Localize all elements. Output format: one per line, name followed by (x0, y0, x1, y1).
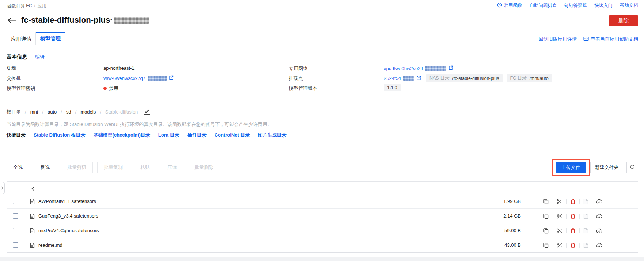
file-icon (30, 242, 35, 250)
path-crumb-mnt[interactable]: mnt (30, 109, 38, 115)
file-preview-icon (583, 213, 588, 219)
path-crumb-current: Stable-diffusion (105, 109, 138, 115)
download-icon[interactable] (596, 213, 602, 219)
file-icon (30, 228, 35, 235)
mount-point-label: 挂载点 (289, 75, 303, 82)
topbar-link-common-functions[interactable]: 常用函数 (497, 3, 522, 9)
file-table: .. AWPortraitv1.1.safetensors 1.99 GB (7, 181, 638, 253)
row-checkbox[interactable] (13, 213, 18, 219)
invert-select-button[interactable]: 反选 (34, 162, 56, 173)
table-row: GuoFeng3_v3.4.safetensors 2.14 GB (7, 209, 638, 223)
tab-app-detail[interactable]: 应用详情 (7, 32, 36, 45)
copy-icon[interactable] (543, 228, 549, 234)
row-actions (543, 242, 602, 248)
page-title: fc-stable-diffusion-plus· (21, 15, 149, 25)
breadcrumb: 函数计算 FC/应用 (7, 3, 46, 9)
download-icon[interactable] (596, 242, 602, 248)
file-size: 1.99 GB (503, 199, 521, 204)
row-checkbox[interactable] (13, 242, 18, 248)
file-size: 59.00 B (504, 228, 521, 233)
external-link-icon[interactable] (169, 75, 174, 81)
refresh-icon (630, 164, 635, 171)
delete-icon[interactable] (570, 213, 576, 219)
tab-model-manage[interactable]: 模型管理 (36, 32, 65, 45)
file-icon (30, 213, 35, 220)
cut-icon[interactable] (557, 242, 562, 248)
current-app-help-link[interactable]: 查看当前应用帮助文档 (583, 36, 638, 42)
edit-link[interactable]: 编辑 (35, 54, 45, 60)
path-crumb-root[interactable]: 根目录 (7, 108, 21, 115)
file-name[interactable]: readme.md (38, 242, 62, 248)
quick-link-outputs[interactable]: 图片生成目录 (258, 132, 286, 138)
path-separator: / (100, 109, 101, 115)
batch-delete-button[interactable]: 批量删除 (188, 162, 220, 173)
fc-dir-badge: FC 目录/mnt/auto (507, 74, 552, 82)
row-checkbox[interactable] (13, 228, 18, 233)
parent-directory-row[interactable]: .. (7, 182, 638, 194)
path-crumb-models[interactable]: models (80, 109, 96, 115)
breadcrumb-current: 应用 (38, 3, 46, 8)
paste-button[interactable]: 粘贴 (134, 162, 156, 173)
new-folder-button[interactable]: 新建文件夹 (590, 162, 623, 173)
refresh-button[interactable] (626, 162, 638, 173)
breadcrumb-separator: / (34, 3, 35, 8)
clock-icon (497, 3, 502, 9)
fc-console-page: 函数计算 FC/应用 常用函数 自助问题排查 钉钉答疑群 快速入门 帮助文档 f… (0, 0, 644, 261)
topbar-link-dingtalk-group[interactable]: 钉钉答疑群 (564, 3, 587, 9)
topbar-links: 常用函数 自助问题排查 钉钉答疑群 快速入门 帮助文档 (497, 3, 639, 9)
mount-id-blur (403, 76, 414, 81)
batch-toolbar: 全选 反选 批量剪切 批量复制 粘贴 压缩 批量删除 (7, 162, 220, 173)
file-name[interactable]: GuoFeng3_v3.4.safetensors (38, 213, 98, 219)
delete-button[interactable]: 删除 (609, 15, 638, 26)
directory-breadcrumb: 根目录/ mnt/ auto/ sd/ models/ Stable-diffu… (7, 108, 150, 115)
quick-link-checkpoint[interactable]: 基础模型(checkpoint)目录 (94, 132, 150, 138)
status-dot-disabled (103, 87, 107, 90)
breadcrumb-root-link[interactable]: 函数计算 FC (7, 3, 32, 8)
mount-point-link[interactable]: 2524f54 (384, 76, 401, 81)
delete-icon[interactable] (570, 242, 576, 248)
quick-link-controlnet[interactable]: ControlNet 目录 (215, 132, 250, 138)
path-separator: / (42, 109, 43, 115)
cut-icon[interactable] (557, 213, 562, 219)
table-row: readme.md 43.00 B (7, 238, 638, 253)
delete-icon[interactable] (570, 199, 576, 204)
topbar-link-help-doc[interactable]: 帮助文档 (620, 3, 638, 9)
download-icon[interactable] (596, 199, 602, 204)
upload-file-button[interactable]: 上传文件 (556, 162, 586, 173)
model-key-label: 模型管理密钥 (7, 85, 35, 92)
external-link-icon[interactable] (448, 65, 453, 71)
old-version-link[interactable]: 回到旧版应用详情 (539, 36, 577, 42)
copy-icon[interactable] (543, 199, 549, 204)
download-icon[interactable] (596, 228, 602, 234)
topbar-link-self-troubleshoot[interactable]: 自助问题排查 (530, 3, 557, 9)
batch-copy-button[interactable]: 批量复制 (97, 162, 129, 173)
file-name[interactable]: mixProV4.Cqhm.safetensors (38, 228, 99, 233)
file-name[interactable]: AWPortraitv1.1.safetensors (38, 199, 96, 204)
quick-link-lora[interactable]: Lora 目录 (158, 132, 179, 138)
file-size: 2.14 GB (503, 213, 521, 219)
bottom-strip (0, 257, 644, 261)
batch-cut-button[interactable]: 批量剪切 (61, 162, 93, 173)
model-key-status: 禁用 (103, 85, 118, 92)
row-checkbox[interactable] (13, 199, 18, 204)
vpc-link[interactable]: vpc-6we0hw2se2lf (384, 66, 423, 71)
back-arrow-icon[interactable] (7, 17, 16, 25)
delete-icon[interactable] (570, 228, 576, 234)
select-all-button[interactable]: 全选 (7, 162, 29, 173)
quick-link-sd-root[interactable]: Stable Diffusion 根目录 (34, 132, 86, 138)
external-link-icon[interactable] (416, 76, 421, 81)
copy-icon[interactable] (543, 213, 549, 219)
cut-icon[interactable] (557, 199, 562, 204)
topbar-link-quick-start[interactable]: 快速入门 (594, 3, 613, 9)
basic-info-header: 基本信息 编辑 (7, 54, 45, 60)
edit-path-icon[interactable] (144, 109, 150, 115)
vswitch-link[interactable]: vsw-6wenwscxx7q7 (103, 76, 145, 81)
path-crumb-sd[interactable]: sd (66, 109, 71, 115)
quick-link-extensions[interactable]: 插件目录 (187, 132, 207, 138)
cluster-value: ap-northeast-1 (103, 65, 135, 71)
compress-button[interactable]: 压缩 (161, 162, 183, 173)
path-crumb-auto[interactable]: auto (48, 109, 57, 115)
cut-icon[interactable] (557, 228, 562, 234)
side-drawer-handle[interactable] (0, 182, 5, 194)
copy-icon[interactable] (543, 242, 549, 248)
